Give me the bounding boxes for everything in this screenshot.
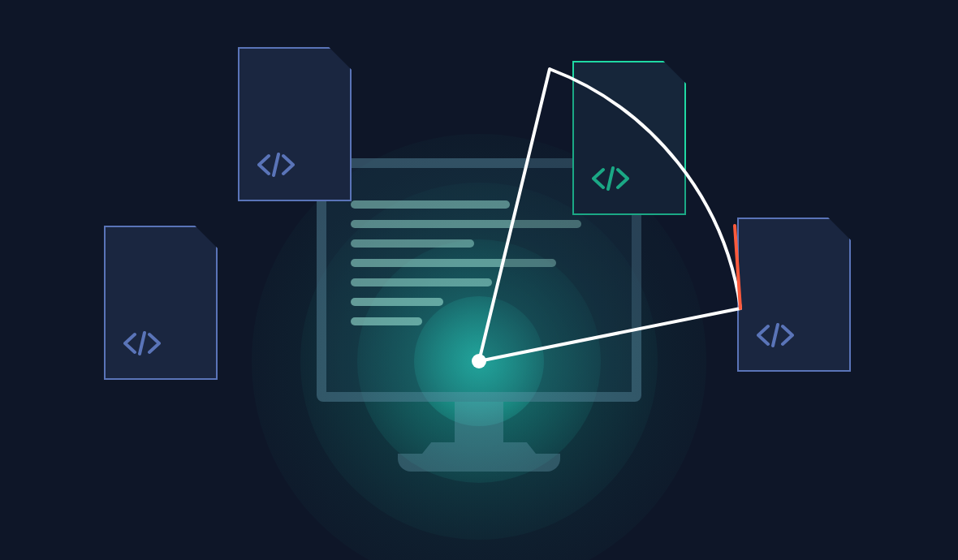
code-line — [351, 220, 581, 228]
file-fold-corner — [195, 226, 218, 248]
code-line — [351, 239, 474, 248]
file-fold-corner — [663, 61, 686, 84]
code-line — [351, 317, 422, 325]
monitor-neck — [455, 402, 503, 442]
code-brackets-icon — [123, 331, 161, 355]
file-fold-corner — [329, 47, 352, 70]
code-line — [351, 200, 510, 209]
code-line — [351, 298, 443, 306]
file-bottom-right — [737, 218, 851, 372]
file-top-left — [238, 47, 352, 201]
monitor-base — [398, 454, 560, 472]
code-brackets-icon — [257, 153, 295, 177]
file-bottom-left — [104, 226, 218, 380]
code-brackets-icon — [592, 166, 629, 191]
code-line — [351, 259, 556, 267]
file-top-right — [572, 61, 686, 215]
monitor-base-top — [422, 442, 536, 454]
file-fold-corner — [828, 218, 851, 240]
monitor-code-lines — [351, 200, 607, 337]
illustration-canvas — [0, 0, 958, 560]
code-line — [351, 278, 492, 286]
code-brackets-icon — [757, 323, 794, 347]
